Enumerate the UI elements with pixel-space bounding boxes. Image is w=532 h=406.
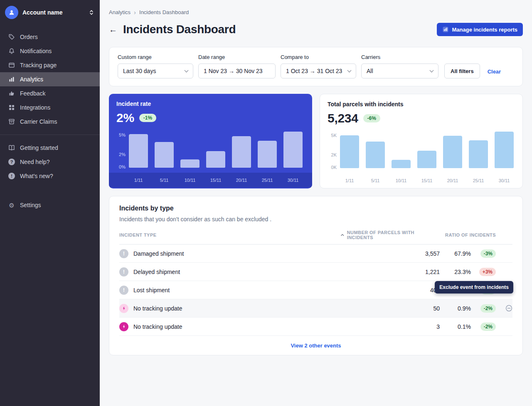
x-tick: 10/11: [180, 178, 200, 183]
sidebar-item-label: Analytics: [20, 76, 43, 83]
bell-icon: [8, 48, 15, 54]
report-chart-icon: [442, 26, 449, 33]
breadcrumb-analytics[interactable]: Analytics: [109, 9, 131, 15]
incident-type: Delayed shipment: [133, 269, 180, 275]
x-tick: 25/11: [258, 178, 277, 183]
thumbs-up-icon: [8, 90, 15, 97]
page-header: ← Incidents Dashboard Manage incidents r…: [109, 23, 523, 36]
carriers-group: Carriers All: [361, 54, 438, 78]
table-row[interactable]: ! Delayed shipment 1,221 23.3% +3%: [119, 263, 512, 281]
sidebar-item-integrations[interactable]: Integrations: [0, 100, 100, 115]
table-row[interactable]: ! Damaged shipment 3,557 67.9% -3%: [119, 245, 512, 263]
lightning-icon: [119, 322, 128, 331]
orders-icon: [8, 34, 15, 40]
ratio-value: 0.9%: [440, 305, 471, 312]
browser-icon: [8, 62, 15, 68]
bar: [469, 140, 488, 168]
y-tick: 0K: [331, 165, 337, 170]
carriers-label: Carriers: [361, 54, 438, 60]
exclude-event-button[interactable]: [505, 305, 512, 312]
account-switcher[interactable]: Account name: [0, 0, 100, 25]
back-button[interactable]: ←: [109, 25, 117, 34]
x-axis: 1/11 5/11 10/11 15/11 20/11 25/11 30/11: [320, 173, 522, 188]
gear-icon: ⚙: [8, 202, 15, 208]
account-name: Account name: [22, 9, 84, 16]
bar: [232, 136, 251, 168]
parcel-count: 3: [340, 323, 440, 330]
sidebar-item-need-help[interactable]: ? Need help?: [0, 155, 100, 169]
sidebar-item-tracking-page[interactable]: Tracking page: [0, 58, 100, 72]
sidebar-item-feedback[interactable]: Feedback: [0, 86, 100, 100]
ratio-value: 23.3%: [440, 269, 471, 275]
bar-plot: [129, 130, 305, 168]
sidebar-item-whats-new[interactable]: ! What's new?: [0, 169, 100, 183]
carriers-value: All: [367, 68, 373, 74]
bar: [206, 151, 225, 168]
sidebar-item-settings[interactable]: ⚙ Settings: [0, 198, 100, 212]
manage-button-label: Manage incidents reports: [452, 27, 517, 33]
delta-badge: -2%: [480, 304, 496, 313]
ratio-value: 67.9%: [440, 250, 471, 257]
exclude-event-tooltip: Exclude event from incidents: [435, 281, 513, 293]
parcel-count: 400: [340, 287, 440, 293]
bar: [129, 134, 148, 168]
sidebar-nav: Orders Notifications Tracking page Analy…: [0, 30, 100, 212]
incidents-by-type-card: Incidents by type Incidents that you don…: [109, 196, 523, 355]
bar: [443, 136, 462, 168]
x-tick: 5/11: [155, 178, 174, 183]
x-tick: 25/11: [469, 178, 488, 183]
clear-filters-link[interactable]: Clear: [485, 68, 504, 78]
table-row[interactable]: No tracking update 3 0.1% -2%: [119, 318, 512, 336]
carriers-select[interactable]: All: [361, 64, 438, 78]
compare-to-select[interactable]: 1 Oct 23 → 31 Oct 23: [281, 64, 356, 78]
sidebar-item-label: What's new?: [20, 173, 53, 179]
incident-type: No tracking update: [133, 305, 182, 312]
unfold-icon: [88, 9, 95, 16]
bar-plot: [340, 131, 515, 168]
app-window: Account name Orders Notifications Tracki…: [0, 0, 532, 406]
table-title: Incidents by type: [119, 205, 512, 212]
lightning-icon: [119, 304, 128, 313]
manage-incidents-reports-button[interactable]: Manage incidents reports: [437, 23, 523, 36]
table-row-hovered[interactable]: No tracking update 50 0.9% -2%: [119, 299, 512, 318]
delta-badge: -1%: [139, 114, 156, 122]
x-tick: 30/11: [495, 178, 514, 183]
chart-title: Total parcels with incidents: [328, 101, 515, 108]
sidebar-item-label: Need help?: [20, 159, 50, 165]
sidebar-item-notifications[interactable]: Notifications: [0, 44, 100, 58]
delta-badge: -2%: [480, 323, 496, 331]
all-filters-button[interactable]: All filters: [444, 64, 480, 78]
x-tick: 20/11: [232, 178, 251, 183]
view-other-events-link[interactable]: View 2 other events: [291, 342, 341, 349]
x-axis: 1/11 5/11 10/11 15/11 20/11 25/11 30/11: [109, 173, 312, 188]
bar: [366, 142, 385, 168]
x-tick: 1/11: [340, 178, 359, 183]
table-subtitle: Incidents that you don't consider as suc…: [119, 216, 512, 223]
sidebar-item-label: Getting started: [20, 144, 58, 151]
alert-icon: !: [119, 267, 128, 276]
y-axis: 5% 2% 0%: [116, 130, 129, 168]
sidebar-item-label: Tracking page: [20, 62, 57, 68]
sidebar-item-orders[interactable]: Orders: [0, 30, 100, 44]
breadcrumb: Analytics › Incidents Dashboard: [109, 9, 523, 15]
alert-icon: !: [119, 286, 128, 295]
incident-type: No tracking update: [133, 323, 182, 330]
x-tick: 15/11: [206, 178, 225, 183]
custom-range-select[interactable]: Last 30 days: [118, 64, 193, 78]
column-number-of-parcels[interactable]: NUMBER OF PARCELS WITH INCIDENTS: [340, 230, 440, 240]
x-tick: 5/11: [366, 178, 385, 183]
sidebar-item-getting-started[interactable]: Getting started: [0, 141, 100, 155]
date-range-label: Date range: [198, 54, 276, 60]
compare-to-value: 1 Oct 23 → 31 Oct 23: [286, 68, 342, 74]
bar: [340, 135, 359, 168]
sidebar-item-carrier-claims[interactable]: Carrier Claims: [0, 115, 100, 129]
custom-range-label: Custom range: [118, 54, 193, 60]
date-range-input[interactable]: 1 Nov 23 → 30 Nov 23: [198, 64, 276, 78]
x-tick: 10/11: [392, 178, 411, 183]
total-parcels-card: Total parcels with incidents 5,234 -6% 5…: [320, 94, 523, 188]
sidebar-item-analytics[interactable]: Analytics: [0, 72, 100, 86]
table-header: INCIDENT TYPE NUMBER OF PARCELS WITH INC…: [119, 230, 512, 245]
y-tick: 5K: [331, 133, 337, 138]
y-tick: 0%: [119, 164, 126, 169]
column-incident-type: INCIDENT TYPE: [119, 232, 340, 237]
